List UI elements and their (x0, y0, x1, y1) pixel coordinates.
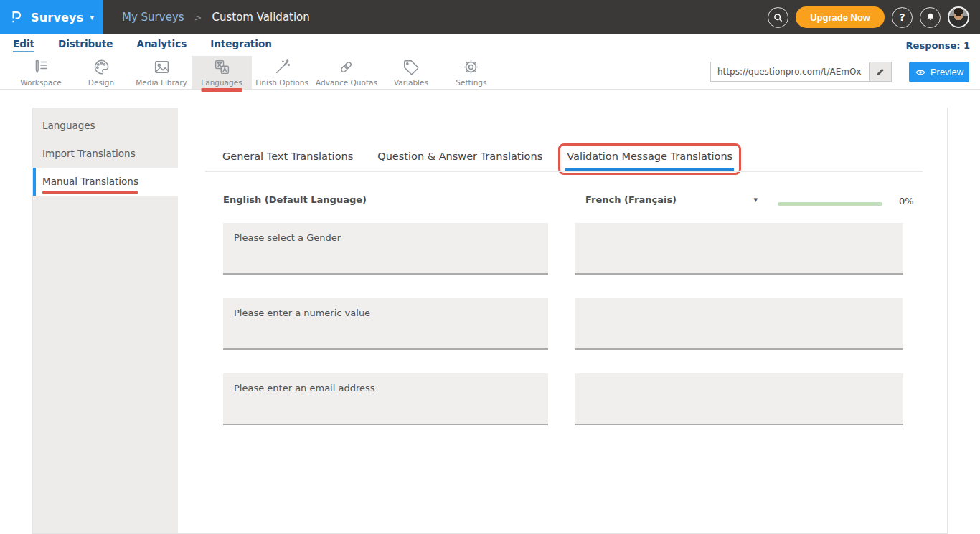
tag-icon (402, 58, 420, 76)
toolbar-label: Workspace (20, 78, 61, 87)
source-language-label: English (Default Language) (223, 194, 367, 205)
gear-icon (462, 58, 480, 76)
sidebar-item-label: Languages (42, 120, 95, 131)
source-text-field[interactable]: Please enter a numeric value (223, 298, 548, 350)
toolbar-item-settings[interactable]: Settings (441, 56, 501, 89)
toolbar-label: Finish Options (255, 78, 308, 87)
edit-url-button[interactable] (869, 62, 892, 82)
preview-button[interactable]: Preview (909, 62, 969, 82)
toolbar-label: Media Library (136, 78, 187, 87)
translate-icon (213, 58, 231, 76)
tab-question-answer-translations[interactable]: Question & Answer Translations (376, 146, 544, 171)
sidebar-item-languages[interactable]: Languages (33, 112, 178, 140)
toolbar-item-advance-quotas[interactable]: Advance Quotas (312, 56, 381, 89)
annotation-underline-languages (202, 88, 242, 92)
languages-sidebar: Languages Import Translations Manual Tra… (33, 108, 178, 533)
breadcrumb-my-surveys[interactable]: My Surveys (122, 11, 184, 24)
toolbar-item-languages[interactable]: Languages (192, 56, 252, 89)
toolbar-label: Advance Quotas (316, 78, 377, 87)
image-icon (153, 58, 171, 76)
help-button[interactable]: ? (892, 7, 913, 28)
tab-general-text-translations[interactable]: General Text Translations (221, 146, 354, 171)
toolbar-item-variables[interactable]: Variables (381, 56, 441, 89)
source-text-field[interactable]: Please enter an email address (223, 373, 548, 425)
tabs-divider (205, 171, 923, 172)
sidebar-item-label: Import Translations (42, 148, 136, 159)
wand-icon (273, 58, 291, 76)
palette-icon (93, 58, 110, 76)
nav-distribute[interactable]: Distribute (58, 38, 113, 52)
sidebar-item-manual-translations[interactable]: Manual Translations (33, 168, 178, 196)
toolbar-item-finish-options[interactable]: Finish Options (252, 56, 312, 89)
workspace-icon (32, 58, 50, 76)
chain-links-icon (337, 58, 355, 76)
search-button[interactable] (768, 7, 788, 28)
translation-progress-percent: 0% (899, 196, 914, 206)
toolbar-label: Settings (456, 78, 486, 87)
nav-analytics[interactable]: Analytics (136, 38, 187, 52)
toolbar-item-media-library[interactable]: Media Library (131, 56, 192, 89)
translation-input-field[interactable] (575, 298, 903, 350)
tab-label: Validation Message Translations (567, 151, 732, 162)
search-icon (772, 11, 784, 24)
survey-url-group (710, 62, 892, 82)
response-count: Response: 1 (906, 34, 970, 56)
breadcrumb: My Surveys > Custom Validation (122, 11, 310, 24)
pencil-icon (875, 67, 885, 77)
target-language-label: French (Français) (585, 194, 677, 205)
eye-icon (915, 67, 926, 77)
toolbar-item-workspace[interactable]: Workspace (11, 56, 71, 89)
toolbar-label: Design (88, 78, 114, 87)
bell-icon (925, 11, 936, 23)
toolbar-item-design[interactable]: Design (71, 56, 131, 89)
chevron-down-icon: ▾ (90, 13, 94, 22)
topbar-actions: Upgrade Now ? (768, 6, 980, 28)
translation-input-field[interactable] (575, 373, 903, 425)
questionpro-logo-icon (9, 9, 24, 25)
languages-panel: Languages Import Translations Manual Tra… (32, 108, 948, 534)
breadcrumb-separator: > (194, 12, 202, 23)
preview-label: Preview (930, 67, 963, 77)
tab-label: Question & Answer Translations (377, 151, 542, 162)
survey-nav: Edit Distribute Analytics Integration (0, 34, 980, 56)
surveys-product-menu[interactable]: Surveys ▾ (0, 0, 103, 34)
top-bar: Surveys ▾ My Surveys > Custom Validation… (0, 0, 980, 34)
notifications-button[interactable] (920, 7, 941, 28)
toolbar-label: Languages (201, 78, 242, 87)
chevron-down-icon: ▾ (753, 195, 758, 204)
survey-url-input[interactable] (710, 62, 869, 82)
tab-validation-message-translations[interactable]: Validation Message Translations (565, 146, 734, 171)
translation-progress-bar (778, 202, 882, 206)
sidebar-item-import-translations[interactable]: Import Translations (33, 140, 178, 168)
toolbar-label: Variables (394, 78, 428, 87)
translations-main: General Text Translations Question & Ans… (178, 108, 947, 533)
nav-edit[interactable]: Edit (13, 38, 34, 52)
breadcrumb-current: Custom Validation (212, 11, 310, 24)
tab-label: General Text Translations (222, 151, 353, 162)
question-mark-icon: ? (899, 11, 905, 23)
upgrade-now-button[interactable]: Upgrade Now (796, 6, 885, 28)
source-text-field[interactable]: Please select a Gender (223, 223, 548, 275)
target-language-dropdown[interactable]: French (Français) ▾ (585, 194, 758, 205)
sidebar-item-label: Manual Translations (42, 176, 138, 187)
annotation-underline-manual-translations (42, 191, 138, 194)
product-name: Surveys (31, 11, 83, 24)
nav-integration[interactable]: Integration (210, 38, 272, 52)
avatar[interactable] (948, 6, 969, 28)
translations-tabs: General Text Translations Question & Ans… (221, 146, 734, 171)
translation-input-field[interactable] (575, 223, 903, 275)
